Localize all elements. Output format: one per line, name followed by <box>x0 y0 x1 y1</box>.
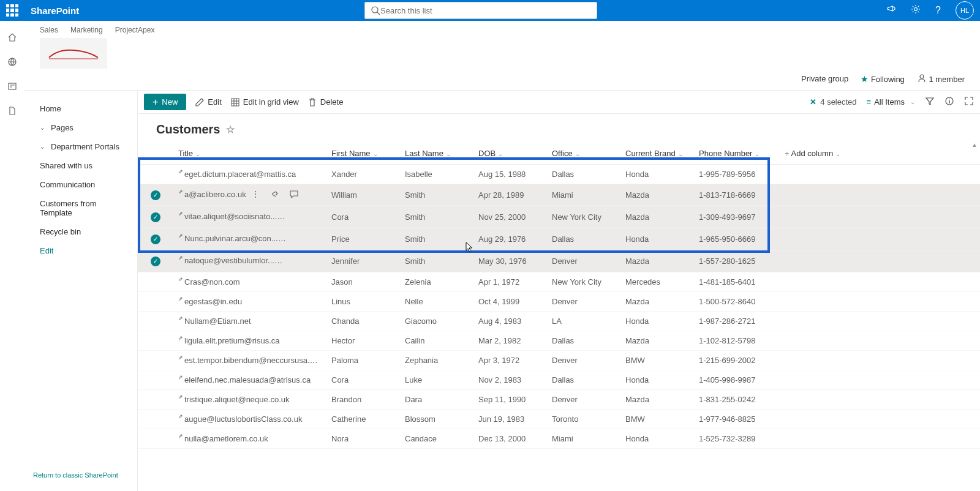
favorite-star-icon[interactable]: ☆ <box>226 124 235 135</box>
cell-title[interactable]: eget.dictum.placerat@mattis.ca <box>184 170 296 179</box>
col-brand[interactable]: Current Brand⌄ <box>620 143 694 165</box>
hub-link-marketing[interactable]: Marketing <box>70 26 103 34</box>
col-dob[interactable]: DOB⌄ <box>473 143 547 165</box>
megaphone-icon[interactable] <box>886 4 896 17</box>
help-icon[interactable]: ? <box>935 5 941 16</box>
table-row[interactable]: ✓⇗Nunc.pulvinar.arcu@con...⋮PriceSmithAu… <box>138 228 980 250</box>
cell-firstname: Cora <box>326 206 400 228</box>
info-icon[interactable] <box>944 96 954 108</box>
cell-dob: Mar 2, 1982 <box>473 331 547 351</box>
cell-title[interactable]: est.tempor.bibendum@neccursusa.com <box>184 356 325 365</box>
selection-count[interactable]: ✕4 selected <box>810 97 856 107</box>
selected-check-icon[interactable]: ✓ <box>151 234 160 244</box>
search-box[interactable] <box>364 2 597 19</box>
selected-check-icon[interactable]: ✓ <box>151 257 160 266</box>
waffle-icon[interactable] <box>6 4 18 17</box>
comment-icon[interactable] <box>321 233 326 245</box>
svg-point-2 <box>914 8 918 11</box>
globe-icon[interactable] <box>7 56 18 67</box>
cell-title[interactable]: Cras@non.com <box>184 277 240 287</box>
nav-customers[interactable]: Customers from Template <box>24 194 137 222</box>
settings-icon[interactable] <box>911 4 921 17</box>
delete-button[interactable]: Delete <box>307 97 344 107</box>
table-row[interactable]: ⇗Cras@non.comJasonZeleniaApr 1, 1972New … <box>138 272 980 292</box>
table-row[interactable]: ⇗eleifend.nec.malesuada@atrisus.caCoraLu… <box>138 370 980 390</box>
link-icon: ⇗ <box>178 168 183 174</box>
cell-office: Denver <box>547 390 620 410</box>
share-icon[interactable] <box>300 211 310 223</box>
link-icon: ⇗ <box>178 189 183 195</box>
table-row[interactable]: ✓⇗vitae.aliquet@sociisnato...⋮CoraSmithN… <box>138 206 980 228</box>
hub-link-projectapex[interactable]: ProjectApex <box>115 26 155 34</box>
follow-button[interactable]: ★ Following <box>861 74 905 84</box>
left-nav: Home ⌄Pages ⌄Department Portals Shared w… <box>24 91 138 491</box>
table-row[interactable]: ✓⇗a@aclibero.co.uk⋮WilliamSmithApr 28, 1… <box>138 184 980 206</box>
table-row[interactable]: ⇗augue@luctuslobortisClass.co.ukCatherin… <box>138 410 980 429</box>
return-classic-link[interactable]: Return to classic SharePoint <box>24 465 137 485</box>
hub-link-sales[interactable]: Sales <box>40 26 58 34</box>
home-icon[interactable] <box>7 32 18 43</box>
table-row[interactable]: ✓⇗natoque@vestibulumlor...⋮JenniferSmith… <box>138 250 980 272</box>
avatar[interactable]: HL <box>956 1 974 20</box>
new-button[interactable]: +New <box>144 94 186 110</box>
table-row[interactable]: ⇗nulla@ametlorem.co.ukNoraCandaceDec 13,… <box>138 429 980 449</box>
suite-brand[interactable]: SharePoint <box>31 6 79 16</box>
cell-title[interactable]: tristique.aliquet@neque.co.uk <box>184 395 289 404</box>
col-office[interactable]: Office⌄ <box>547 143 620 165</box>
news-icon[interactable] <box>7 81 18 92</box>
cell-title[interactable]: egestas@in.edu <box>184 297 242 306</box>
members-count[interactable]: 1 member <box>917 73 965 84</box>
nav-home[interactable]: Home <box>24 99 137 118</box>
cell-lastname: Smith <box>400 250 473 272</box>
nav-pages[interactable]: ⌄Pages <box>24 118 137 137</box>
cell-firstname: Price <box>326 228 400 250</box>
cell-title[interactable]: ligula.elit.pretium@risus.ca <box>184 336 280 345</box>
share-icon[interactable] <box>301 233 311 245</box>
table-row[interactable]: ⇗ligula.elit.pretium@risus.caHectorCaili… <box>138 331 980 351</box>
share-icon[interactable] <box>270 189 279 201</box>
table-row[interactable]: ⇗Nullam@Etiam.netChandaGiacomoAug 4, 198… <box>138 312 980 331</box>
comment-icon[interactable] <box>289 189 299 201</box>
selected-check-icon[interactable]: ✓ <box>151 212 160 222</box>
cell-title[interactable]: Nullam@Etiam.net <box>184 317 251 326</box>
col-firstname[interactable]: First Name⌄ <box>326 143 400 165</box>
site-privacy: Private group <box>801 74 848 83</box>
cell-title[interactable]: natoque@vestibulumlor... <box>184 256 282 265</box>
comment-icon[interactable] <box>320 211 326 223</box>
file-icon[interactable] <box>7 105 18 116</box>
filter-icon[interactable] <box>925 96 935 108</box>
share-icon[interactable] <box>298 255 307 267</box>
grid-view-button[interactable]: Edit in grid view <box>230 97 299 107</box>
table-row[interactable]: ⇗eget.dictum.placerat@mattis.caXanderIsa… <box>138 165 980 184</box>
table-row[interactable]: ⇗egestas@in.eduLinusNelleOct 4, 1999Denv… <box>138 292 980 312</box>
nav-communication[interactable]: Communication <box>24 175 137 194</box>
link-icon: ⇗ <box>178 315 183 321</box>
site-logo[interactable] <box>40 38 107 69</box>
view-dropdown[interactable]: ≡All Items⌄ <box>867 97 915 107</box>
nav-shared[interactable]: Shared with us <box>24 156 137 175</box>
col-phone[interactable]: Phone Number⌄ <box>694 143 780 165</box>
nav-edit[interactable]: Edit <box>24 241 137 260</box>
scroll-up-icon[interactable]: ▲ <box>970 141 979 148</box>
col-title[interactable]: Title⌄ <box>173 143 326 165</box>
table-row[interactable]: ⇗est.tempor.bibendum@neccursusa.comPalom… <box>138 351 980 370</box>
cell-phone: 1-965-950-6669 <box>694 228 780 250</box>
cell-title[interactable]: augue@luctuslobortisClass.co.uk <box>184 414 302 424</box>
selected-check-icon[interactable]: ✓ <box>151 190 160 200</box>
expand-icon[interactable] <box>964 96 974 108</box>
cell-title[interactable]: eleifend.nec.malesuada@atrisus.ca <box>184 375 311 384</box>
comment-icon[interactable] <box>317 255 326 267</box>
col-lastname[interactable]: Last Name⌄ <box>400 143 473 165</box>
cell-title[interactable]: Nunc.pulvinar.arcu@con... <box>184 234 286 243</box>
table-row[interactable]: ⇗tristique.aliquet@neque.co.ukBrandonDar… <box>138 390 980 410</box>
cell-title[interactable]: nulla@ametlorem.co.uk <box>184 434 268 443</box>
cell-firstname: Chanda <box>326 312 400 331</box>
edit-button[interactable]: Edit <box>195 97 221 107</box>
nav-department-portals[interactable]: ⌄Department Portals <box>24 137 137 156</box>
cell-title[interactable]: vitae.aliquet@sociisnato... <box>184 212 285 221</box>
more-icon[interactable]: ⋮ <box>251 189 260 201</box>
nav-recycle[interactable]: Recycle bin <box>24 222 137 241</box>
col-add[interactable]: + Add column⌄ <box>780 143 980 165</box>
search-input[interactable] <box>380 6 591 15</box>
cell-title[interactable]: a@aclibero.co.uk <box>184 190 246 199</box>
